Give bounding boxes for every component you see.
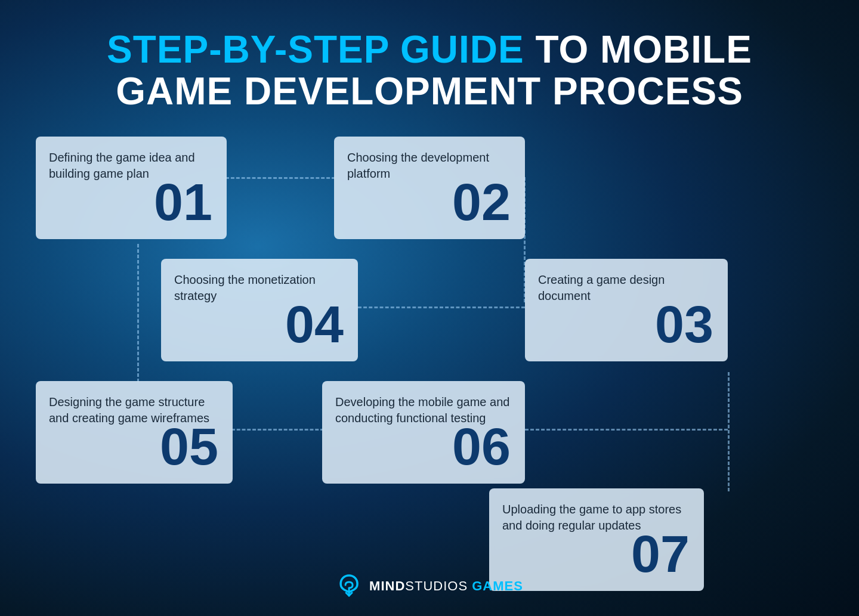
- step-06-number: 06: [335, 420, 511, 473]
- connector-line-h4: [525, 429, 728, 431]
- step-01-number: 01: [49, 176, 212, 228]
- logo-text: MINDSTUDIOS GAMES: [369, 578, 523, 594]
- step-05-number: 05: [49, 420, 218, 473]
- logo-studios: STUDIOS: [405, 578, 472, 593]
- step-04-number: 04: [174, 298, 344, 351]
- logo-icon: [336, 573, 362, 599]
- connector-line-h3: [231, 429, 324, 431]
- title-cyan-part: STEP-BY-STEP GUIDE: [107, 28, 524, 71]
- steps-container: Defining the game idea and building game…: [0, 131, 859, 584]
- connector-line-v3: [728, 372, 730, 491]
- title-line1: STEP-BY-STEP GUIDE TO MOBILE: [48, 29, 811, 70]
- title-section: STEP-BY-STEP GUIDE TO MOBILE GAME DEVELO…: [0, 0, 859, 131]
- connector-line-v2: [137, 244, 139, 382]
- step-card-01: Defining the game idea and building game…: [36, 137, 227, 239]
- connector-line-h1: [225, 177, 335, 179]
- step-card-06: Developing the mobile game and conductin…: [322, 381, 525, 484]
- logo-games: GAMES: [472, 578, 523, 593]
- step-02-number: 02: [347, 176, 511, 228]
- step-card-05: Designing the game structure and creatin…: [36, 381, 233, 484]
- step-card-03: Creating a game design document 03: [525, 259, 728, 361]
- step-03-number: 03: [538, 298, 713, 351]
- step-07-number: 07: [502, 528, 690, 580]
- step-card-02: Choosing the development platform 02: [334, 137, 525, 239]
- title-white-part: TO MOBILE: [524, 28, 752, 71]
- logo-mind: MIND: [369, 578, 405, 593]
- title-line2: GAME DEVELOPMENT PROCESS: [48, 70, 811, 112]
- step-card-04: Choosing the monetization strategy 04: [161, 259, 358, 361]
- connector-line-h2: [358, 307, 525, 308]
- logo-section: MINDSTUDIOS GAMES: [336, 573, 523, 599]
